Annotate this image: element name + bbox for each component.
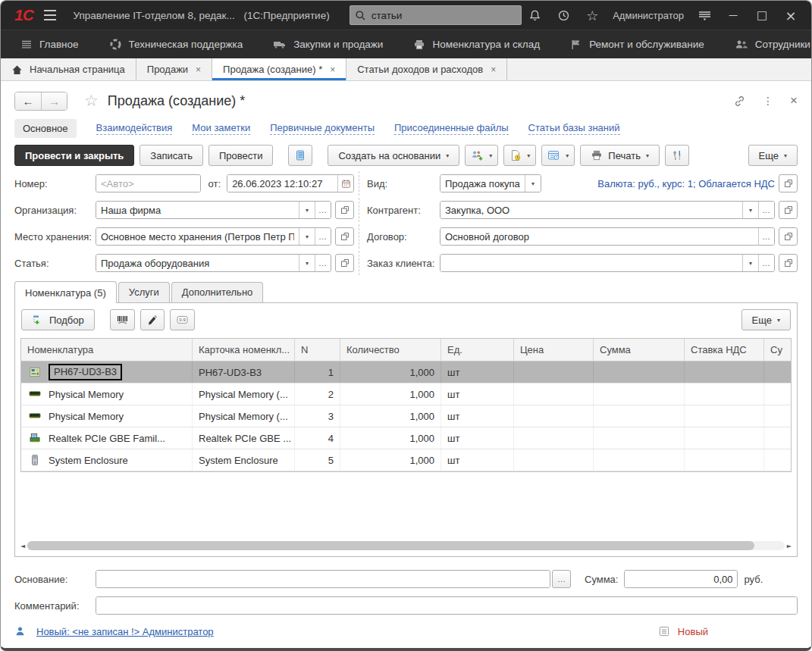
- kind-input[interactable]: [440, 175, 525, 192]
- cell-qty[interactable]: 1,000: [340, 383, 441, 405]
- items-more-button[interactable]: Еще▾: [741, 309, 791, 330]
- col-vat-sum[interactable]: Су: [764, 339, 791, 361]
- cell-card[interactable]: Realtek PCIe GBE ...: [193, 427, 295, 449]
- comment-input[interactable]: [96, 597, 797, 614]
- table-row[interactable]: Physical Memory Physical Memory (... 2 1…: [21, 383, 791, 405]
- section-nomenclature-warehouse[interactable]: Номенклатура и склад: [398, 30, 555, 58]
- cell-name[interactable]: Realtek PCIe GBE Famil...: [42, 427, 193, 449]
- cell-vat-sum[interactable]: [764, 405, 791, 427]
- open-counterparty-icon[interactable]: [779, 201, 798, 219]
- cell-n[interactable]: 5: [295, 449, 340, 471]
- document-reminder-button[interactable]: ▾: [503, 145, 536, 166]
- open-currency-icon[interactable]: [779, 174, 798, 192]
- more-button[interactable]: Еще▾: [748, 145, 798, 166]
- scrollbar-track[interactable]: [27, 541, 785, 550]
- post-and-close-button[interactable]: Провести и закрыть: [14, 145, 134, 166]
- section-purchases-sales[interactable]: Закупки и продажи: [258, 30, 398, 58]
- col-nomenclature[interactable]: Номенклатура: [21, 339, 193, 361]
- cell-qty[interactable]: 1,000: [340, 427, 441, 449]
- date-input[interactable]: [227, 175, 337, 192]
- table-row[interactable]: PH67-UD3-B3 PH67-UD3-B3 1 1,000 шт: [21, 361, 791, 383]
- data-collection-terminal-icon-button[interactable]: [140, 309, 165, 330]
- dropdown-caret-icon[interactable]: ▾: [299, 255, 315, 271]
- barcode-scanner-icon-button[interactable]: [110, 309, 135, 330]
- notifications-icon[interactable]: [522, 5, 547, 26]
- scrollbar-thumb[interactable]: [27, 541, 754, 550]
- navlink-attached-files[interactable]: Присоединенные файлы: [394, 122, 509, 135]
- pick-items-button[interactable]: Подбор: [21, 309, 95, 330]
- col-vat-rate[interactable]: Ставка НДС: [685, 339, 764, 361]
- cell-card[interactable]: System Enclosure: [193, 449, 295, 471]
- close-window-button[interactable]: ×: [778, 5, 804, 26]
- cell-sum[interactable]: [594, 361, 685, 383]
- get-link-icon[interactable]: [733, 95, 746, 108]
- dropdown-caret-icon[interactable]: ▾: [299, 228, 315, 245]
- cell-sum[interactable]: [594, 405, 685, 427]
- cell-vat-rate[interactable]: [685, 449, 764, 471]
- navlink-my-notes[interactable]: Мои заметки: [192, 122, 250, 135]
- choose-ellipsis-icon[interactable]: …: [758, 228, 774, 245]
- cell-price[interactable]: [514, 427, 594, 449]
- global-search[interactable]: [350, 5, 522, 25]
- cell-name[interactable]: Physical Memory: [42, 383, 193, 405]
- article-input[interactable]: [96, 255, 299, 271]
- more-menu-icon[interactable]: ⋮: [763, 95, 773, 107]
- dropdown-caret-icon[interactable]: ▾: [742, 255, 758, 271]
- favorites-star-icon[interactable]: ☆: [579, 5, 605, 26]
- number-input[interactable]: [96, 175, 200, 192]
- close-tab-icon[interactable]: ×: [196, 64, 201, 75]
- choose-ellipsis-icon[interactable]: …: [758, 202, 774, 218]
- cell-sum[interactable]: [594, 449, 685, 471]
- create-based-on-button[interactable]: Создать на основании▾: [328, 145, 459, 166]
- scroll-right-icon[interactable]: ►: [787, 543, 792, 549]
- choose-ellipsis-icon[interactable]: …: [758, 255, 774, 271]
- document-status-link[interactable]: Новый: <не записан !> Администратор: [36, 626, 214, 637]
- cell-unit[interactable]: шт: [441, 405, 514, 427]
- print-button[interactable]: Печать▾: [580, 145, 660, 166]
- navlink-interactions[interactable]: Взаимодействия: [96, 122, 173, 135]
- tab-nomenclature[interactable]: Номенклатура (5): [14, 281, 117, 303]
- forward-button[interactable]: →: [41, 92, 67, 110]
- cell-name[interactable]: Physical Memory: [42, 405, 193, 427]
- open-storage-place-icon[interactable]: [335, 227, 354, 246]
- contract-input[interactable]: [440, 228, 758, 245]
- navlink-knowledge-base[interactable]: Статьи базы знаний: [528, 122, 620, 135]
- cell-qty[interactable]: 1,000: [340, 449, 441, 471]
- current-user[interactable]: Администратор: [613, 10, 684, 21]
- cell-name[interactable]: System Enclosure: [42, 449, 193, 471]
- table-row[interactable]: Realtek PCIe GBE Famil... Realtek PCIe G…: [21, 427, 791, 449]
- close-tab-icon[interactable]: ×: [330, 64, 335, 75]
- choose-ellipsis-icon[interactable]: …: [315, 255, 331, 271]
- save-button[interactable]: Записать: [140, 145, 203, 166]
- cell-vat-rate[interactable]: [685, 427, 764, 449]
- cell-n[interactable]: 2: [295, 383, 340, 405]
- search-input[interactable]: [370, 9, 517, 22]
- cell-name[interactable]: PH67-UD3-B3: [42, 361, 193, 383]
- movements-icon-button[interactable]: [288, 145, 312, 166]
- dropdown-caret-icon[interactable]: ▾: [299, 202, 315, 218]
- cell-card[interactable]: Physical Memory (...: [193, 405, 295, 427]
- section-main[interactable]: Главное: [5, 30, 94, 58]
- contact-actions-button[interactable]: ▾: [465, 145, 498, 166]
- back-button[interactable]: ←: [15, 92, 41, 110]
- service-menu-icon[interactable]: [691, 5, 717, 26]
- dropdown-caret-icon[interactable]: ▾: [525, 175, 541, 192]
- cell-sum[interactable]: [594, 427, 685, 449]
- cell-price[interactable]: [514, 383, 594, 405]
- cell-vat-rate[interactable]: [685, 405, 764, 427]
- cell-unit[interactable]: шт: [441, 449, 514, 471]
- enter-quantity-icon-button[interactable]: 0-9: [170, 309, 195, 330]
- navlink-main[interactable]: Основное: [14, 119, 77, 138]
- storage-place-input[interactable]: [96, 228, 299, 245]
- col-price[interactable]: Цена: [514, 339, 594, 361]
- tab-additional[interactable]: Дополнительно: [171, 282, 264, 302]
- cell-vat-sum[interactable]: [764, 449, 791, 471]
- tab-sales-list[interactable]: Продажи ×: [136, 58, 212, 80]
- col-quantity[interactable]: Количество: [340, 339, 441, 361]
- post-button[interactable]: Провести: [208, 145, 274, 166]
- open-contract-icon[interactable]: [779, 227, 798, 246]
- cell-vat-rate[interactable]: [685, 361, 764, 383]
- cell-qty[interactable]: 1,000: [340, 361, 441, 383]
- close-tab-icon[interactable]: ×: [491, 64, 496, 75]
- client-order-input[interactable]: [440, 255, 742, 271]
